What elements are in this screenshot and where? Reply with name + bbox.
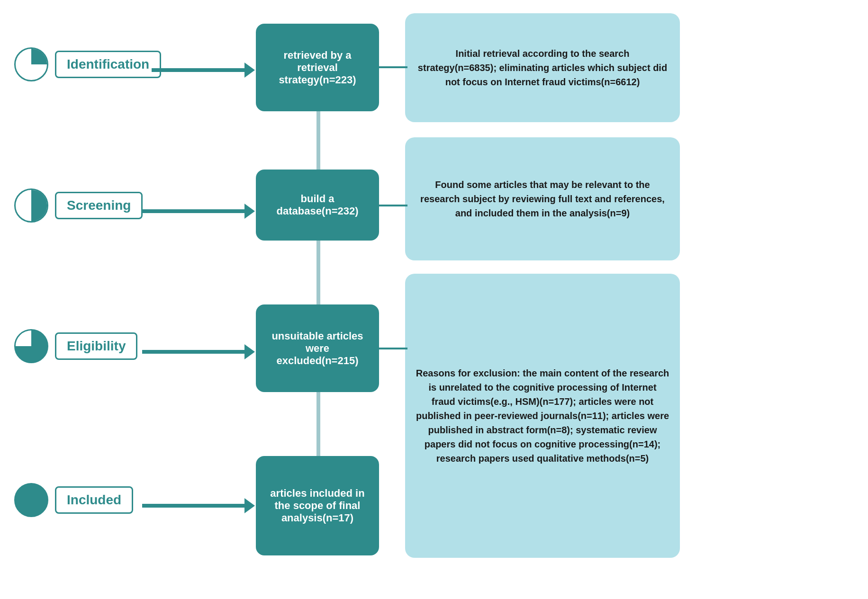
arrow-head-4 bbox=[244, 498, 255, 513]
stage-screening: Screening bbox=[14, 188, 143, 223]
info-box-2: Found some articles that may be relevant… bbox=[405, 137, 680, 260]
included-circle bbox=[14, 483, 48, 517]
arrow-identification bbox=[152, 63, 256, 78]
identification-label: Identification bbox=[55, 51, 161, 78]
arrow-eligibility bbox=[142, 344, 256, 359]
stage-included: Included bbox=[14, 483, 133, 517]
center-box-4: articles included in the scope of final … bbox=[256, 456, 379, 555]
center-box-3: unsuitable articles were excluded(n=215) bbox=[256, 304, 379, 392]
info-box-3: Reasons for exclusion: the main content … bbox=[405, 274, 680, 558]
stage-eligibility: Eligibility bbox=[14, 329, 137, 363]
info-box-1: Initial retrieval according to the searc… bbox=[405, 13, 680, 122]
screening-circle bbox=[14, 188, 48, 223]
stage-identification: Identification bbox=[14, 47, 161, 81]
arrow-included bbox=[142, 498, 256, 513]
h-connector-3 bbox=[379, 348, 407, 349]
arrow-body-2 bbox=[142, 209, 244, 213]
center-box-1: retrieved by a retrieval strategy(n=223) bbox=[256, 24, 379, 111]
arrow-head-2 bbox=[244, 204, 255, 219]
arrow-body-4 bbox=[142, 504, 244, 508]
h-connector-2 bbox=[379, 205, 407, 206]
prisma-diagram: Identification retrieved by a retrieval … bbox=[0, 0, 868, 599]
arrow-screening bbox=[142, 204, 256, 219]
eligibility-label: Eligibility bbox=[55, 332, 137, 360]
arrow-head-3 bbox=[244, 344, 255, 359]
center-box-2: build a database(n=232) bbox=[256, 170, 379, 241]
eligibility-circle bbox=[14, 329, 48, 363]
main-vertical-line bbox=[316, 109, 320, 468]
h-connector-1 bbox=[379, 66, 407, 68]
arrow-head-1 bbox=[244, 63, 255, 78]
included-label: Included bbox=[55, 486, 133, 514]
screening-label: Screening bbox=[55, 192, 143, 219]
arrow-body-1 bbox=[152, 68, 244, 72]
identification-circle bbox=[14, 47, 48, 81]
arrow-body-3 bbox=[142, 350, 244, 354]
